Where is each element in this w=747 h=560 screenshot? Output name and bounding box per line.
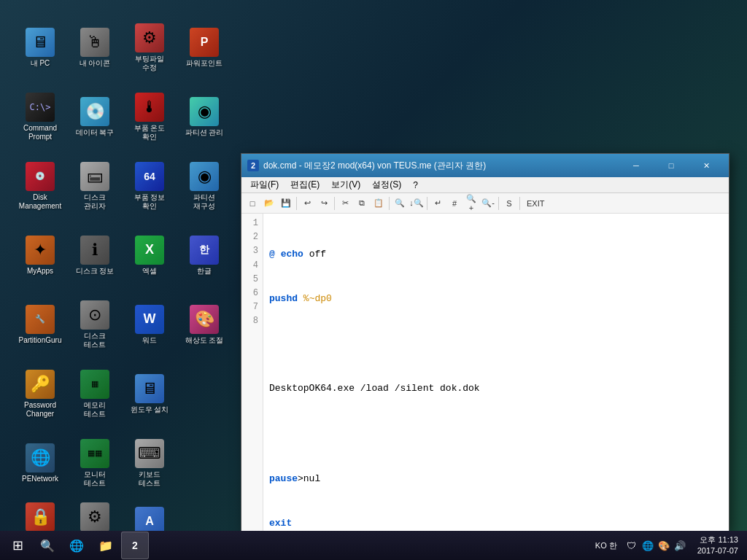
toolbar-new[interactable]: □ xyxy=(244,195,260,211)
systray-volume[interactable]: 🔊 xyxy=(673,538,687,553)
toolbar-open[interactable]: 📂 xyxy=(261,195,277,211)
pw-changer-icon: 🔑 xyxy=(26,370,55,399)
desktop-icon-my-icon[interactable]: 🖱 내 아이콘 xyxy=(69,15,120,80)
desktop-icon-command-prompt[interactable]: C:\> CommandPrompt xyxy=(15,84,66,149)
temp-label: 부품 온도확인 xyxy=(134,124,166,141)
toolbar-sep4 xyxy=(427,197,427,210)
excel-label: 엑셀 xyxy=(142,267,157,276)
toolbar-sep2 xyxy=(334,197,335,210)
toolbar-save[interactable]: 💾 xyxy=(278,195,294,211)
desktop-icon-repartition[interactable]: ◉ 파티션재구성 xyxy=(179,153,230,219)
toolbar-copy[interactable]: ⧉ xyxy=(354,195,370,211)
code-line-4: DesktopOK64.exe /load /silent dok.dok xyxy=(269,381,723,396)
desktop-icon-color[interactable]: 🎨 해상도 조절 xyxy=(179,292,230,357)
kb-test-label: 키보드테스트 xyxy=(139,470,160,488)
code-line-7: exit xyxy=(269,516,723,531)
toolbar-find-next[interactable]: ↓🔍 xyxy=(409,195,425,211)
disk-mgmt-label: DiskManagement xyxy=(19,193,61,211)
window-menubar: 파일(F) 편집(E) 보기(V) 설정(S) ? xyxy=(241,177,729,193)
menu-view[interactable]: 보기(V) xyxy=(325,177,366,192)
menu-file[interactable]: 파일(F) xyxy=(244,177,285,192)
start-button[interactable]: ⊞ xyxy=(3,531,32,560)
window-titlebar[interactable]: 2 dok.cmd - 메모장2 mod(x64) von TEUS.me (관… xyxy=(241,154,729,177)
my-pc-icon: 🖥 xyxy=(26,28,55,57)
myapps-icon: ✦ xyxy=(26,236,55,265)
taskbar: ⊞ 🔍 🌐 📁 2 KO 한 🛡 🌐 🎨 🔊 오후 11:13 2017-07-… xyxy=(0,531,747,560)
desktop-icon-disk-mgmt[interactable]: 💿 DiskManagement xyxy=(15,153,66,219)
desktop-icon-excel[interactable]: X 엑셀 xyxy=(124,222,175,288)
mon-test-label: 모니터테스트 xyxy=(84,470,106,488)
partition-label: 파티션 관리 xyxy=(185,128,224,137)
desktop-icon-pguru[interactable]: 🔧 PartitionGuru xyxy=(15,292,66,357)
boot-info-label: 부품 정보확인 xyxy=(134,193,166,211)
ppt-label: 파워포인트 xyxy=(186,59,222,68)
desktop-icon-mem-test[interactable]: ▦ 메모리테스트 xyxy=(69,361,120,427)
desktop: 🖥 내 PC 🖱 내 아이콘 ⚙ 부팅파일수정 P 파워포인트 C:\> Com… xyxy=(0,0,747,531)
window-toolbar: □ 📂 💾 ↩ ↪ ✂ ⧉ 📋 🔍 ↓🔍 ↵ # 🔍+ 🔍- S EXIT xyxy=(241,193,729,214)
boot-info-icon: 64 xyxy=(135,162,164,191)
toolbar-wordwrap[interactable]: ↵ xyxy=(430,195,446,211)
mon-test-icon: ▦▦ xyxy=(80,439,109,468)
toolbar-zoomin[interactable]: 🔍+ xyxy=(463,195,479,211)
desktop-icon-hwp[interactable]: 한 한글 xyxy=(179,222,230,288)
maximize-button[interactable]: □ xyxy=(654,154,688,177)
excel-icon: X xyxy=(135,236,164,265)
desktop-icon-data-recovery[interactable]: 💿 데이터 복구 xyxy=(69,84,120,149)
taskbar-edge-icon[interactable]: 🌐 xyxy=(63,532,90,559)
code-area: 1 2 3 4 5 6 7 8 @ echo off pushd %~dp0 D… xyxy=(241,214,729,532)
desktop-icon-pw-changer[interactable]: 🔑 PasswordChanger xyxy=(15,361,66,427)
menu-help[interactable]: ? xyxy=(407,179,424,192)
desktop-icon-penet[interactable]: 🌐 PENetwork xyxy=(15,430,66,496)
close-button[interactable]: ✕ xyxy=(689,154,723,177)
desktop-icon-kb-test[interactable]: ⌨ 키보드테스트 xyxy=(124,430,175,496)
taskbar-task-label: 2 xyxy=(132,540,138,551)
desktop-icon-mon-test[interactable]: ▦▦ 모니터테스트 xyxy=(69,430,120,496)
systray-antivirus[interactable]: 🛡 xyxy=(624,538,639,553)
my-icon-label: 내 아이콘 xyxy=(80,59,111,68)
toolbar-scheme[interactable]: S xyxy=(501,195,517,211)
menu-settings[interactable]: 설정(S) xyxy=(366,177,407,192)
desktop-icon-myapps[interactable]: ✦ MyApps xyxy=(15,222,66,288)
toolbar-zoomout[interactable]: 🔍- xyxy=(480,195,496,211)
line-numbers: 1 2 3 4 5 6 7 8 xyxy=(241,214,263,532)
taskbar-folder-icon[interactable]: 📁 xyxy=(92,532,120,559)
toolbar-redo[interactable]: ↪ xyxy=(316,195,332,211)
systray-color[interactable]: 🎨 xyxy=(657,538,671,553)
taskbar-search-icon[interactable]: 🔍 xyxy=(34,532,61,559)
desktop-icon-powerpoint[interactable]: P 파워포인트 xyxy=(179,15,230,80)
repartition-icon: ◉ xyxy=(190,162,219,191)
desktop-icon-boot-edit[interactable]: ⚙ 부팅파일수정 xyxy=(124,15,175,80)
taskbar-lang-indicator[interactable]: KO 한 xyxy=(592,540,620,551)
penet-label: PENetwork xyxy=(22,475,58,483)
pguru-icon: 🔧 xyxy=(26,305,55,334)
desktop-icon-partition[interactable]: ◉ 파티션 관리 xyxy=(179,84,230,149)
disk-mgmt-icon: 💿 xyxy=(26,162,55,191)
code-content[interactable]: @ echo off pushd %~dp0 DesktopOK64.exe /… xyxy=(263,214,729,532)
toolbar-exit[interactable]: EXIT xyxy=(522,198,549,209)
toolbar-linenum[interactable]: # xyxy=(446,195,462,211)
systray-area: 🛡 🌐 🎨 🔊 xyxy=(620,538,692,553)
desktop-icon-disk-info[interactable]: ℹ 디스크 정보 xyxy=(69,222,120,288)
taskbar-clock[interactable]: 오후 11:13 2017-07-07 xyxy=(692,534,744,557)
systray-network[interactable]: 🌐 xyxy=(640,538,655,553)
minimize-button[interactable]: ─ xyxy=(619,154,653,177)
desktop-icon-disk-test[interactable]: ⊙ 디스크테스트 xyxy=(69,292,120,357)
toolbar-find[interactable]: 🔍 xyxy=(392,195,408,211)
penet-icon: 🌐 xyxy=(26,443,55,472)
taskbar-notepad-task[interactable]: 2 xyxy=(121,532,149,559)
desktop-icon-boot-info[interactable]: 64 부품 정보확인 xyxy=(124,153,175,219)
desktop-icon-my-pc[interactable]: 🖥 내 PC xyxy=(15,15,66,80)
desktop-icon-win-install[interactable]: 🖥 윈도우 설치 xyxy=(124,361,175,427)
toolbar-sep5 xyxy=(498,197,499,210)
desktop-icon-disk-ctrl[interactable]: 🖴 디스크관리자 xyxy=(69,153,120,219)
toolbar-cut[interactable]: ✂ xyxy=(337,195,353,211)
notepad-window: 2 dok.cmd - 메모장2 mod(x64) von TEUS.me (관… xyxy=(241,153,729,532)
toolbar-undo[interactable]: ↩ xyxy=(299,195,315,211)
disk-ctrl-icon: 🖴 xyxy=(80,162,109,191)
code-line-2: pushd %~dp0 xyxy=(269,292,723,306)
desktop-icon-word[interactable]: W 워드 xyxy=(124,292,175,357)
desktop-icon-temp[interactable]: 🌡 부품 온도확인 xyxy=(124,84,175,149)
menu-edit[interactable]: 편집(E) xyxy=(285,177,325,192)
repartition-label: 파티션재구성 xyxy=(193,193,215,211)
toolbar-paste[interactable]: 📋 xyxy=(371,195,387,211)
